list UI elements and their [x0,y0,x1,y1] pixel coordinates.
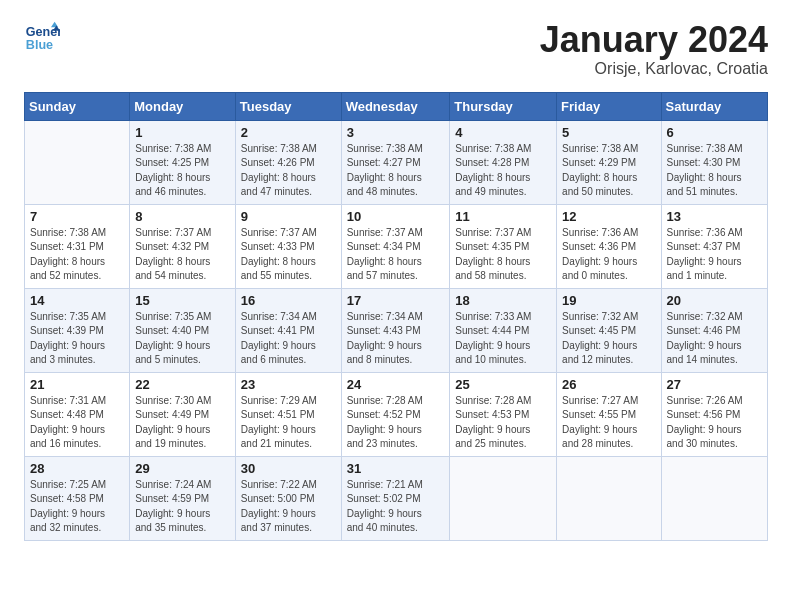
calendar-week-row: 28Sunrise: 7:25 AMSunset: 4:58 PMDayligh… [25,456,768,540]
calendar-body: 1Sunrise: 7:38 AMSunset: 4:25 PMDaylight… [25,120,768,540]
day-info: Sunrise: 7:38 AMSunset: 4:27 PMDaylight:… [347,142,445,200]
col-monday: Monday [130,92,236,120]
day-number: 29 [135,461,230,476]
day-number: 23 [241,377,336,392]
table-row: 5Sunrise: 7:38 AMSunset: 4:29 PMDaylight… [557,120,661,204]
day-number: 30 [241,461,336,476]
table-row: 9Sunrise: 7:37 AMSunset: 4:33 PMDaylight… [235,204,341,288]
day-number: 9 [241,209,336,224]
calendar-week-row: 21Sunrise: 7:31 AMSunset: 4:48 PMDayligh… [25,372,768,456]
day-info: Sunrise: 7:33 AMSunset: 4:44 PMDaylight:… [455,310,551,368]
day-number: 22 [135,377,230,392]
table-row: 4Sunrise: 7:38 AMSunset: 4:28 PMDaylight… [450,120,557,204]
day-number: 12 [562,209,655,224]
table-row: 11Sunrise: 7:37 AMSunset: 4:35 PMDayligh… [450,204,557,288]
day-info: Sunrise: 7:32 AMSunset: 4:45 PMDaylight:… [562,310,655,368]
table-row: 3Sunrise: 7:38 AMSunset: 4:27 PMDaylight… [341,120,450,204]
table-row: 14Sunrise: 7:35 AMSunset: 4:39 PMDayligh… [25,288,130,372]
day-number: 17 [347,293,445,308]
day-number: 20 [667,293,762,308]
day-info: Sunrise: 7:37 AMSunset: 4:35 PMDaylight:… [455,226,551,284]
col-tuesday: Tuesday [235,92,341,120]
table-row [450,456,557,540]
table-row: 30Sunrise: 7:22 AMSunset: 5:00 PMDayligh… [235,456,341,540]
table-row [661,456,767,540]
calendar-table: Sunday Monday Tuesday Wednesday Thursday… [24,92,768,541]
day-info: Sunrise: 7:38 AMSunset: 4:29 PMDaylight:… [562,142,655,200]
day-number: 21 [30,377,124,392]
table-row: 15Sunrise: 7:35 AMSunset: 4:40 PMDayligh… [130,288,236,372]
day-number: 11 [455,209,551,224]
table-row [25,120,130,204]
calendar-week-row: 1Sunrise: 7:38 AMSunset: 4:25 PMDaylight… [25,120,768,204]
col-sunday: Sunday [25,92,130,120]
day-info: Sunrise: 7:37 AMSunset: 4:34 PMDaylight:… [347,226,445,284]
logo: General Blue [24,20,60,56]
table-row: 19Sunrise: 7:32 AMSunset: 4:45 PMDayligh… [557,288,661,372]
table-row: 1Sunrise: 7:38 AMSunset: 4:25 PMDaylight… [130,120,236,204]
table-row: 8Sunrise: 7:37 AMSunset: 4:32 PMDaylight… [130,204,236,288]
table-row: 13Sunrise: 7:36 AMSunset: 4:37 PMDayligh… [661,204,767,288]
table-row: 23Sunrise: 7:29 AMSunset: 4:51 PMDayligh… [235,372,341,456]
table-row: 7Sunrise: 7:38 AMSunset: 4:31 PMDaylight… [25,204,130,288]
day-number: 19 [562,293,655,308]
day-number: 31 [347,461,445,476]
day-info: Sunrise: 7:37 AMSunset: 4:33 PMDaylight:… [241,226,336,284]
day-info: Sunrise: 7:38 AMSunset: 4:28 PMDaylight:… [455,142,551,200]
day-info: Sunrise: 7:38 AMSunset: 4:26 PMDaylight:… [241,142,336,200]
day-number: 25 [455,377,551,392]
day-info: Sunrise: 7:34 AMSunset: 4:41 PMDaylight:… [241,310,336,368]
col-thursday: Thursday [450,92,557,120]
day-info: Sunrise: 7:32 AMSunset: 4:46 PMDaylight:… [667,310,762,368]
day-number: 10 [347,209,445,224]
day-number: 5 [562,125,655,140]
day-info: Sunrise: 7:35 AMSunset: 4:39 PMDaylight:… [30,310,124,368]
table-row: 6Sunrise: 7:38 AMSunset: 4:30 PMDaylight… [661,120,767,204]
day-number: 7 [30,209,124,224]
day-number: 28 [30,461,124,476]
calendar-subtitle: Orisje, Karlovac, Croatia [540,60,768,78]
table-row: 16Sunrise: 7:34 AMSunset: 4:41 PMDayligh… [235,288,341,372]
day-number: 27 [667,377,762,392]
table-row: 22Sunrise: 7:30 AMSunset: 4:49 PMDayligh… [130,372,236,456]
day-info: Sunrise: 7:38 AMSunset: 4:30 PMDaylight:… [667,142,762,200]
table-row: 24Sunrise: 7:28 AMSunset: 4:52 PMDayligh… [341,372,450,456]
day-number: 14 [30,293,124,308]
table-row: 10Sunrise: 7:37 AMSunset: 4:34 PMDayligh… [341,204,450,288]
day-info: Sunrise: 7:35 AMSunset: 4:40 PMDaylight:… [135,310,230,368]
day-number: 8 [135,209,230,224]
day-number: 13 [667,209,762,224]
day-info: Sunrise: 7:26 AMSunset: 4:56 PMDaylight:… [667,394,762,452]
table-row: 21Sunrise: 7:31 AMSunset: 4:48 PMDayligh… [25,372,130,456]
table-row: 12Sunrise: 7:36 AMSunset: 4:36 PMDayligh… [557,204,661,288]
day-info: Sunrise: 7:22 AMSunset: 5:00 PMDaylight:… [241,478,336,536]
day-info: Sunrise: 7:36 AMSunset: 4:37 PMDaylight:… [667,226,762,284]
day-info: Sunrise: 7:34 AMSunset: 4:43 PMDaylight:… [347,310,445,368]
day-info: Sunrise: 7:38 AMSunset: 4:25 PMDaylight:… [135,142,230,200]
table-row: 2Sunrise: 7:38 AMSunset: 4:26 PMDaylight… [235,120,341,204]
table-row: 26Sunrise: 7:27 AMSunset: 4:55 PMDayligh… [557,372,661,456]
table-row: 20Sunrise: 7:32 AMSunset: 4:46 PMDayligh… [661,288,767,372]
day-number: 26 [562,377,655,392]
svg-text:Blue: Blue [26,38,53,52]
col-saturday: Saturday [661,92,767,120]
day-info: Sunrise: 7:27 AMSunset: 4:55 PMDaylight:… [562,394,655,452]
day-number: 15 [135,293,230,308]
table-row: 31Sunrise: 7:21 AMSunset: 5:02 PMDayligh… [341,456,450,540]
calendar-header-row: Sunday Monday Tuesday Wednesday Thursday… [25,92,768,120]
col-wednesday: Wednesday [341,92,450,120]
table-row [557,456,661,540]
day-info: Sunrise: 7:29 AMSunset: 4:51 PMDaylight:… [241,394,336,452]
table-row: 29Sunrise: 7:24 AMSunset: 4:59 PMDayligh… [130,456,236,540]
logo-icon: General Blue [24,20,60,56]
day-info: Sunrise: 7:31 AMSunset: 4:48 PMDaylight:… [30,394,124,452]
page: General Blue January 2024 Orisje, Karlov… [0,0,792,612]
title-block: January 2024 Orisje, Karlovac, Croatia [540,20,768,78]
day-number: 18 [455,293,551,308]
day-info: Sunrise: 7:37 AMSunset: 4:32 PMDaylight:… [135,226,230,284]
day-number: 16 [241,293,336,308]
day-info: Sunrise: 7:30 AMSunset: 4:49 PMDaylight:… [135,394,230,452]
day-info: Sunrise: 7:38 AMSunset: 4:31 PMDaylight:… [30,226,124,284]
day-info: Sunrise: 7:28 AMSunset: 4:52 PMDaylight:… [347,394,445,452]
day-number: 4 [455,125,551,140]
